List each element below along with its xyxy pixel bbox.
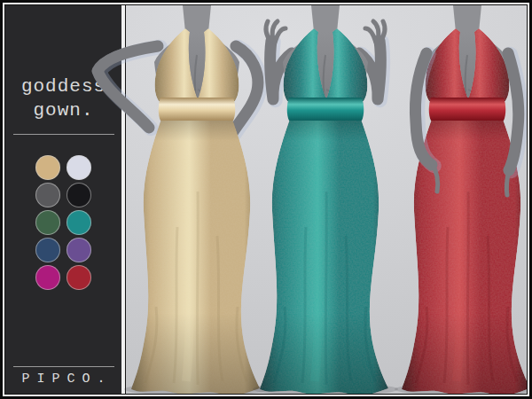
creator-name: PIPCO. bbox=[14, 372, 112, 387]
swatch-gold bbox=[35, 155, 60, 180]
swatch-gray bbox=[35, 183, 60, 207]
product-title-line1: goddess bbox=[21, 74, 106, 98]
swatch-red bbox=[66, 265, 91, 290]
swatch-purple bbox=[66, 238, 91, 262]
swatch-magenta bbox=[35, 265, 60, 290]
cc-preview-card: goddess gown. PIPCO. bbox=[0, 0, 532, 399]
swatch-grid bbox=[35, 155, 91, 290]
swatch-navy bbox=[35, 238, 60, 262]
divider-bottom bbox=[13, 366, 114, 367]
swatch-teal bbox=[66, 210, 91, 235]
swatch-lavender bbox=[66, 155, 91, 180]
divider-top bbox=[13, 134, 114, 135]
product-title-line2: gown. bbox=[21, 98, 106, 122]
outer-frame: goddess gown. PIPCO. bbox=[3, 3, 529, 396]
panel-separator bbox=[121, 5, 126, 394]
swatch-black bbox=[66, 183, 91, 207]
swatch-green bbox=[35, 210, 60, 235]
inner-frame: goddess gown. PIPCO. bbox=[4, 4, 528, 395]
info-sidebar: goddess gown. PIPCO. bbox=[5, 5, 121, 394]
product-title: goddess gown. bbox=[21, 74, 106, 122]
